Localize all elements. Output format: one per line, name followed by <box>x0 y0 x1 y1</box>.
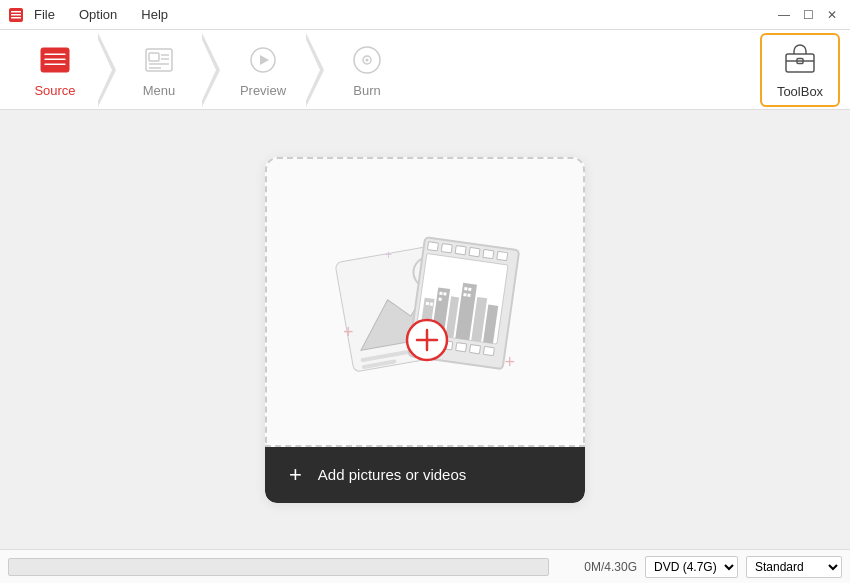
svg-rect-48 <box>426 301 429 304</box>
svg-rect-9 <box>149 53 159 61</box>
menu-option[interactable]: Option <box>75 5 121 24</box>
progress-bar <box>8 558 549 576</box>
menu-file[interactable]: File <box>30 5 59 24</box>
svg-rect-50 <box>439 291 442 294</box>
menu-help[interactable]: Help <box>137 5 172 24</box>
svg-rect-5 <box>44 53 66 56</box>
disc-type-select[interactable]: DVD (4.7G) DVD (8.5G) BD (25G) <box>645 556 738 578</box>
drop-illustration: + + + <box>325 212 525 392</box>
nav-arrow-1 <box>98 33 116 107</box>
svg-rect-39 <box>470 344 481 353</box>
svg-rect-2 <box>11 14 21 16</box>
plus-decoration-3: + <box>385 248 392 262</box>
nav-bar: Source Menu Preview <box>0 30 850 110</box>
add-bar[interactable]: + Add pictures or videos <box>265 447 585 503</box>
menu-nav-label: Menu <box>143 83 176 98</box>
plus-decoration-1: + <box>343 322 354 343</box>
svg-rect-3 <box>11 17 21 19</box>
svg-rect-49 <box>430 302 433 305</box>
svg-rect-31 <box>455 245 466 254</box>
svg-rect-55 <box>463 293 466 296</box>
media-illustration <box>325 212 525 392</box>
main-content: + + + <box>0 110 850 549</box>
drop-card[interactable]: + + + <box>265 157 585 503</box>
svg-rect-56 <box>467 293 470 296</box>
svg-rect-54 <box>468 287 471 290</box>
svg-point-18 <box>366 59 369 62</box>
window-controls: — ☐ ✕ <box>774 5 842 25</box>
toolbox-icon <box>782 40 818 80</box>
plus-decoration-2: + <box>504 352 515 373</box>
svg-rect-53 <box>464 287 467 290</box>
app-icon <box>8 7 24 23</box>
add-bar-label: Add pictures or videos <box>318 466 466 483</box>
nav-preview[interactable]: Preview <box>218 33 308 107</box>
preview-label: Preview <box>240 83 286 98</box>
add-plus-icon: + <box>289 462 302 488</box>
title-bar: File Option Help — ☐ ✕ <box>0 0 850 30</box>
nav-menu[interactable]: Menu <box>114 33 204 107</box>
status-bar: 0M/4.30G DVD (4.7G) DVD (8.5G) BD (25G) … <box>0 549 850 583</box>
svg-rect-29 <box>427 241 438 250</box>
svg-rect-33 <box>483 249 494 258</box>
source-icon <box>36 41 74 79</box>
svg-rect-40 <box>483 346 494 355</box>
nav-arrow-3 <box>306 33 324 107</box>
drop-zone[interactable]: + + + <box>265 157 585 447</box>
burn-icon <box>348 41 386 79</box>
quality-select[interactable]: Standard High Quality Custom <box>746 556 842 578</box>
svg-rect-1 <box>11 11 21 13</box>
menu-nav-icon <box>140 41 178 79</box>
maximize-button[interactable]: ☐ <box>798 5 818 25</box>
svg-rect-30 <box>441 243 452 252</box>
svg-rect-52 <box>438 297 441 300</box>
svg-rect-6 <box>44 58 66 61</box>
toolbox-label: ToolBox <box>777 84 823 99</box>
svg-rect-32 <box>469 247 480 256</box>
svg-rect-7 <box>44 63 66 66</box>
svg-rect-51 <box>443 292 446 295</box>
burn-label: Burn <box>353 83 380 98</box>
svg-rect-34 <box>497 251 508 260</box>
svg-rect-38 <box>456 342 467 351</box>
nav-source[interactable]: Source <box>10 33 100 107</box>
size-indicator: 0M/4.30G <box>557 560 637 574</box>
nav-arrow-2 <box>202 33 220 107</box>
toolbox-button[interactable]: ToolBox <box>760 33 840 107</box>
source-label: Source <box>34 83 75 98</box>
minimize-button[interactable]: — <box>774 5 794 25</box>
close-button[interactable]: ✕ <box>822 5 842 25</box>
menu-bar: File Option Help <box>30 5 172 24</box>
nav-burn[interactable]: Burn <box>322 33 412 107</box>
svg-marker-15 <box>260 55 269 65</box>
preview-icon <box>244 41 282 79</box>
